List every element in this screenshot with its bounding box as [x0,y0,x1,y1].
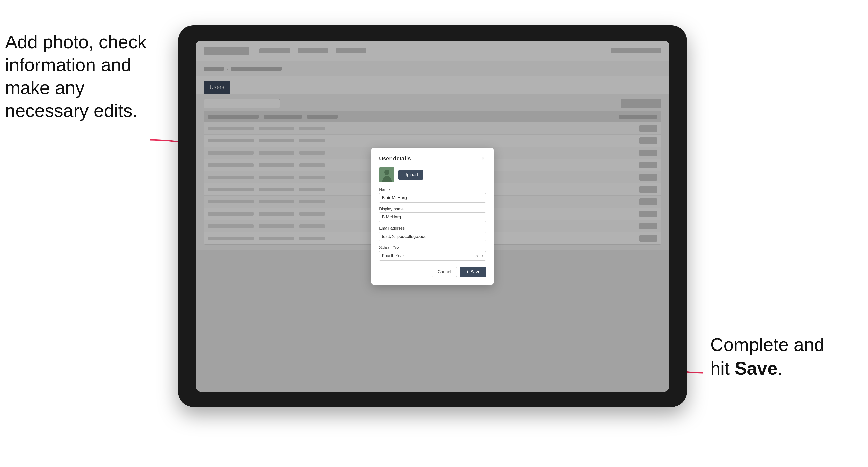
avatar-image [379,167,394,182]
save-icon: ⬆ [466,270,469,274]
email-input[interactable] [379,232,486,241]
display-name-input[interactable] [379,212,486,222]
chevron-down-icon: ▾ [482,254,483,258]
clear-icon[interactable]: ✕ [475,254,478,258]
tablet-screen: › Users [196,41,669,392]
close-icon[interactable]: ✕ [480,156,486,162]
avatar [379,167,394,182]
cancel-button[interactable]: Cancel [432,267,457,277]
right-annotation: Complete and hit Save. [710,333,853,380]
svg-point-3 [384,170,390,175]
email-field-group: Email address [379,226,486,241]
upload-photo-button[interactable]: Upload [398,170,423,180]
name-input[interactable] [379,193,486,203]
name-label: Name [379,187,486,192]
left-annotation: Add photo, check information and make an… [5,31,153,122]
app-background: › Users [196,41,669,392]
school-year-label: School Year [379,245,486,250]
save-button[interactable]: ⬆ Save [460,267,486,277]
display-name-label: Display name [379,207,486,211]
tablet-device: › Users [178,25,687,407]
modal-overlay: User details ✕ [196,41,669,392]
school-year-field-group: School Year ✕ ▾ [379,245,486,261]
school-year-select[interactable] [379,251,486,261]
modal-title: User details [379,155,411,162]
email-label: Email address [379,226,486,231]
photo-upload-row: Upload [379,167,486,182]
school-year-select-wrapper: ✕ ▾ [379,251,486,261]
display-name-field-group: Display name [379,207,486,222]
modal-footer: Cancel ⬆ Save [379,267,486,277]
name-field-group: Name [379,187,486,203]
user-details-modal: User details ✕ [371,148,494,285]
save-label: Save [470,269,480,275]
modal-header: User details ✕ [379,155,486,162]
